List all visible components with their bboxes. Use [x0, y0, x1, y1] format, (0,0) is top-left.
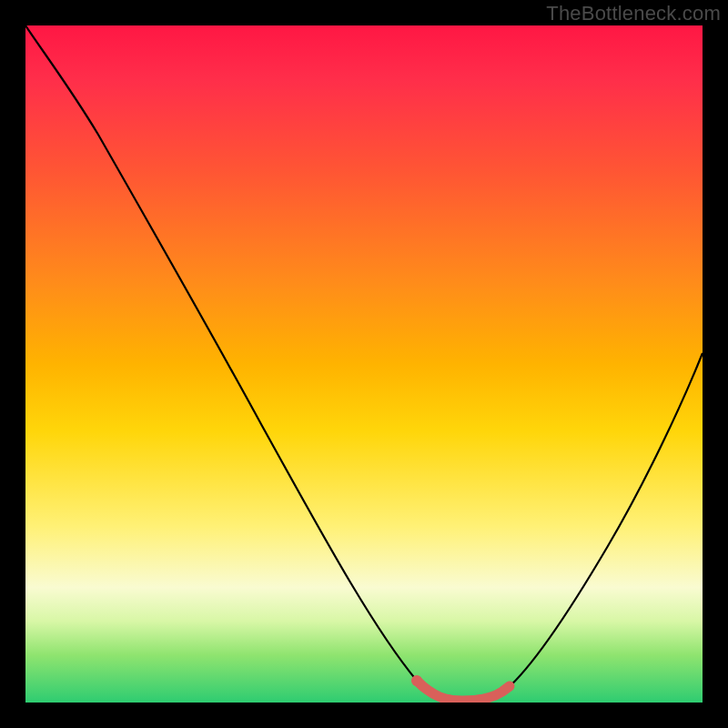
watermark-text: TheBottleneck.com — [546, 2, 721, 25]
optimal-range-marker — [411, 675, 510, 701]
bottleneck-curve-path — [25, 25, 703, 701]
chart-frame: TheBottleneck.com — [0, 0, 728, 728]
plot-area — [25, 25, 703, 703]
curve-layer — [25, 25, 703, 703]
svg-point-0 — [411, 675, 422, 686]
